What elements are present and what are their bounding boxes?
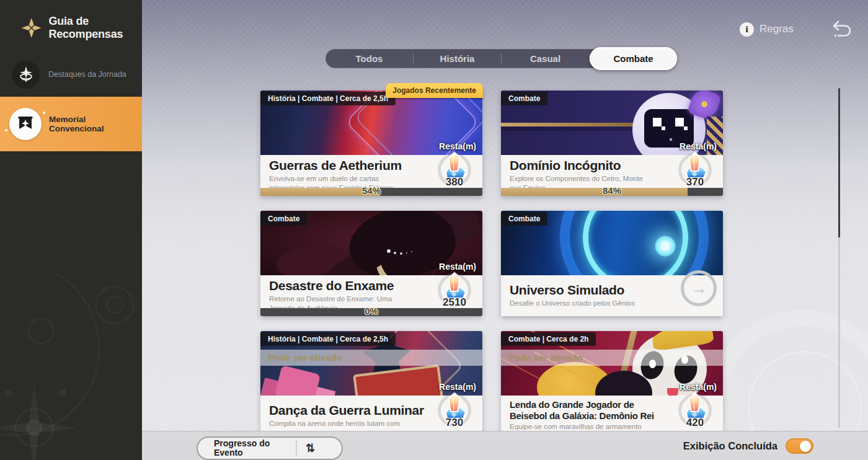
remaining-label: Resta(m) bbox=[680, 141, 717, 151]
rules-label: Regras bbox=[760, 23, 794, 35]
sidebar-item-label: Destaques da Jornada bbox=[48, 70, 126, 79]
reward-jade-icon: 370 bbox=[676, 151, 714, 191]
remaining-label: Resta(m) bbox=[439, 262, 476, 272]
scrollbar-track[interactable] bbox=[838, 88, 840, 428]
memorial-flag-icon bbox=[9, 108, 42, 140]
energy-core bbox=[655, 236, 676, 257]
sort-label: Progresso do Evento bbox=[198, 439, 296, 458]
card-tags: História | Combate | Cerca de 2,5h bbox=[260, 92, 396, 105]
page-title: Guia de Recompensas bbox=[48, 15, 142, 41]
reward-amount: 730 bbox=[435, 417, 474, 429]
card-title: Dança da Guerra Luminar bbox=[269, 403, 414, 418]
card-tags: Combate bbox=[501, 92, 547, 105]
card-tags: História | Combate | Cerca de 2,5h bbox=[260, 332, 396, 346]
remaining-label: Resta(m) bbox=[439, 141, 476, 151]
card-universo-simulado[interactable]: Combate Universo Simulado Desafie o Univ… bbox=[501, 211, 723, 316]
remaining-label: Resta(m) bbox=[439, 382, 476, 392]
rules-button[interactable]: i Regras bbox=[740, 20, 794, 38]
reward-jade-icon: 730 bbox=[435, 392, 474, 431]
reward-jade-icon: 420 bbox=[676, 392, 714, 431]
tab-todos[interactable]: Todos bbox=[326, 49, 413, 68]
sidebar-item-destaques-da-jornada[interactable]: Destaques da Jornada bbox=[0, 59, 142, 90]
category-tab-bar: Todos História Casual Combate bbox=[326, 49, 677, 68]
sidebar-item-memorial-convencional[interactable]: Memorial Convencional bbox=[0, 97, 142, 151]
card-tags: Combate bbox=[260, 212, 307, 226]
go-arrow-icon[interactable]: → bbox=[681, 270, 717, 306]
reward-amount: 380 bbox=[435, 176, 474, 188]
reward-jade-icon: 380 bbox=[435, 151, 474, 191]
card-title: Lenda do Grande Jogador de Beisebol da G… bbox=[510, 399, 655, 421]
sort-selector[interactable]: Progresso do Evento ⇅ bbox=[197, 436, 343, 460]
sidebar-item-label: Memorial Convencional bbox=[49, 115, 142, 133]
card-tags: Combate | Cerca de 2h bbox=[501, 332, 596, 346]
rewards-guide-screen: Guia de Recompensas Destaques da Jornada bbox=[0, 0, 868, 460]
sidebar-header: Guia de Recompensas bbox=[21, 15, 142, 41]
reward-amount: 370 bbox=[676, 176, 714, 188]
journey-star-icon bbox=[12, 61, 40, 89]
activation-banner: Pode ser ativado bbox=[260, 350, 482, 366]
reward-amount: 2510 bbox=[435, 296, 474, 309]
card-title: Universo Simulado bbox=[510, 283, 655, 298]
card-title: Guerras de Aetherium bbox=[269, 158, 414, 173]
card-description: Desafie o Universo criado pelos Gênios bbox=[510, 299, 655, 308]
card-dominio-incognito[interactable]: Combate Resta(m) Domínio Incógnito Explo… bbox=[501, 91, 723, 196]
tab-combate[interactable]: Combate bbox=[590, 47, 677, 70]
card-guerras-de-aetherium[interactable]: História | Combate | Cerca de 2,5h Jogad… bbox=[260, 91, 482, 196]
tab-historia[interactable]: História bbox=[414, 49, 501, 68]
sort-icon: ⇅ bbox=[306, 441, 315, 455]
remaining-label: Resta(m) bbox=[680, 382, 717, 392]
card-danca-da-guerra-luminar[interactable]: História | Combate | Cerca de 2,5h Pode … bbox=[260, 331, 482, 436]
scrollbar-thumb[interactable] bbox=[838, 88, 840, 237]
activation-banner: Pode ser ativado bbox=[501, 350, 723, 366]
completed-toggle-group: Exibição Concluída bbox=[683, 431, 813, 460]
mask-dots bbox=[387, 249, 391, 253]
bottom-bar: Progresso do Evento ⇅ Exibição Concluída bbox=[142, 431, 868, 460]
compass-decoration bbox=[0, 274, 142, 460]
card-tags: Combate bbox=[501, 212, 547, 226]
toggle-knob bbox=[800, 441, 811, 452]
return-icon[interactable] bbox=[831, 20, 852, 38]
card-description: Compita na arena onde heróis lutam com bbox=[269, 419, 414, 428]
completed-toggle-label: Exibição Concluída bbox=[683, 440, 777, 452]
card-title: Domínio Incógnito bbox=[510, 158, 655, 173]
recently-played-badge: Jogados Recentemente bbox=[386, 83, 483, 98]
rewards-guide-icon bbox=[21, 15, 42, 41]
card-lenda-beisebol-galaxia[interactable]: Combate | Cerca de 2h Pode ser ativado R… bbox=[501, 331, 723, 436]
tab-casual[interactable]: Casual bbox=[502, 49, 589, 68]
info-icon: i bbox=[740, 22, 754, 37]
reward-amount: 420 bbox=[676, 417, 714, 429]
sort-divider bbox=[296, 441, 297, 456]
reward-jade-icon: 2510 bbox=[435, 272, 474, 311]
card-desastre-do-enxame[interactable]: Combate Resta(m) Desastre do Enxame Reto… bbox=[260, 211, 482, 316]
sidebar: Guia de Recompensas Destaques da Jornada bbox=[0, 0, 142, 460]
card-title: Desastre do Enxame bbox=[269, 278, 414, 293]
completed-toggle[interactable] bbox=[786, 438, 813, 454]
